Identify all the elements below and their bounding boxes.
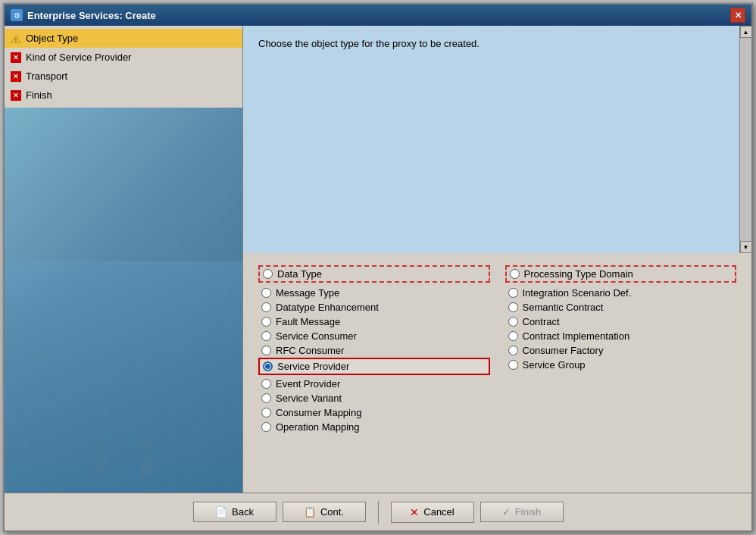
radio-item-datatype-enhancement[interactable]: Datatype Enhancement bbox=[258, 300, 490, 314]
radio-circle-rfc-consumer bbox=[261, 346, 271, 355]
radio-item-consumer-factory[interactable]: Consumer Factory bbox=[505, 343, 737, 358]
figure-2 bbox=[139, 440, 154, 477]
cont-button[interactable]: 📋 Cont. bbox=[283, 502, 366, 522]
top-description: Choose the object type for the proxy to … bbox=[243, 26, 751, 253]
radio-circle-integration-scenario-def bbox=[508, 288, 518, 298]
finish-label: Finish bbox=[515, 506, 542, 518]
radio-circle-semantic-contract bbox=[508, 302, 518, 312]
right-panel: Choose the object type for the proxy to … bbox=[243, 26, 751, 493]
scroll-bar[interactable]: ▲ ▼ bbox=[739, 26, 751, 253]
radio-label-event-provider: Event Provider bbox=[276, 378, 340, 390]
radio-label-fault-message: Fault Message bbox=[276, 316, 340, 327]
left-radio-column: Data Type Message Type Datatype Enhancem… bbox=[258, 265, 490, 434]
nav-label-transport: Transport bbox=[26, 70, 67, 82]
nav-item-object-type[interactable]: ! Object Type bbox=[5, 29, 242, 48]
radio-label-message-type: Message Type bbox=[276, 287, 339, 299]
radio-label-semantic-contract: Semantic Contract bbox=[523, 302, 604, 313]
radio-circle-data-type bbox=[263, 269, 273, 279]
content-area: ! Object Type ✕ Kind of Service Provider… bbox=[5, 26, 751, 493]
radio-circle-contract-implementation bbox=[508, 331, 518, 341]
radio-circle-processing-type-domain bbox=[510, 269, 520, 279]
nav-label-kind-of-service: Kind of Service Provider bbox=[26, 52, 131, 63]
radio-label-operation-mapping: Operation Mapping bbox=[276, 421, 360, 433]
back-label: Back bbox=[232, 506, 254, 518]
radio-item-contract[interactable]: Contract bbox=[505, 314, 737, 329]
right-radio-column: Processing Type Domain Integration Scena… bbox=[505, 265, 737, 434]
radio-item-processing-type-domain[interactable]: Processing Type Domain bbox=[505, 265, 737, 283]
finish-icon: ✓ bbox=[502, 506, 511, 518]
radio-circle-consumer-mapping bbox=[261, 408, 271, 418]
radio-item-semantic-contract[interactable]: Semantic Contract bbox=[505, 300, 737, 314]
scroll-up-arrow[interactable]: ▲ bbox=[740, 26, 752, 38]
radio-circle-contract bbox=[508, 317, 518, 327]
finish-button[interactable]: ✓ Finish bbox=[480, 502, 564, 522]
radio-circle-consumer-factory bbox=[508, 346, 518, 355]
radio-item-integration-scenario-def[interactable]: Integration Scenario Def. bbox=[505, 286, 737, 300]
radio-label-service-provider: Service Provider bbox=[277, 361, 349, 372]
figure-head-1 bbox=[93, 440, 108, 455]
radio-circle-operation-mapping bbox=[261, 422, 271, 432]
radio-circle-message-type bbox=[261, 288, 271, 298]
radio-item-service-variant[interactable]: Service Variant bbox=[258, 391, 490, 405]
warning-icon: ! bbox=[11, 33, 21, 44]
nav-item-transport[interactable]: ✕ Transport bbox=[5, 67, 242, 86]
figure-1 bbox=[93, 440, 108, 477]
scroll-down-arrow[interactable]: ▼ bbox=[740, 241, 752, 253]
red-square-icon-2: ✕ bbox=[11, 71, 21, 82]
red-square-icon-1: ✕ bbox=[11, 52, 21, 63]
cancel-label: Cancel bbox=[423, 506, 454, 518]
radio-label-data-type: Data Type bbox=[277, 268, 322, 280]
radio-item-consumer-mapping[interactable]: Consumer Mapping bbox=[258, 405, 490, 420]
radio-label-contract: Contract bbox=[523, 316, 560, 327]
radio-grid: Data Type Message Type Datatype Enhancem… bbox=[258, 265, 736, 434]
red-square-icon-3: ✕ bbox=[11, 90, 21, 101]
close-button[interactable]: ✕ bbox=[730, 8, 745, 23]
button-separator bbox=[378, 501, 379, 524]
title-bar-left: ⚙ Enterprise Services: Create bbox=[11, 9, 156, 21]
svg-text:!: ! bbox=[15, 37, 17, 42]
bottom-bar: 📄 Back 📋 Cont. ✕ Cancel ✓ Finish bbox=[5, 493, 751, 530]
radio-circle-service-group bbox=[508, 360, 518, 370]
nav-label-object-type: Object Type bbox=[26, 33, 78, 44]
radio-item-service-consumer[interactable]: Service Consumer bbox=[258, 329, 490, 343]
radio-label-consumer-mapping: Consumer Mapping bbox=[276, 407, 361, 418]
cont-label: Cont. bbox=[320, 506, 344, 518]
radio-label-service-group: Service Group bbox=[523, 359, 586, 371]
dialog-title: Enterprise Services: Create bbox=[27, 10, 156, 21]
radio-circle-datatype-enhancement bbox=[261, 302, 271, 312]
nav-label-finish: Finish bbox=[26, 89, 52, 101]
cont-icon: 📋 bbox=[304, 506, 316, 518]
radio-label-contract-implementation: Contract Implementation bbox=[523, 330, 630, 342]
radio-label-integration-scenario-def: Integration Scenario Def. bbox=[523, 287, 632, 299]
radio-item-message-type[interactable]: Message Type bbox=[258, 286, 490, 300]
radio-item-service-provider[interactable]: Service Provider bbox=[258, 358, 490, 375]
radio-circle-event-provider bbox=[261, 379, 271, 389]
radio-item-rfc-consumer[interactable]: RFC Consumer bbox=[258, 343, 490, 358]
nav-item-kind-of-service[interactable]: ✕ Kind of Service Provider bbox=[5, 48, 242, 67]
radio-item-contract-implementation[interactable]: Contract Implementation bbox=[505, 329, 737, 343]
radio-label-rfc-consumer: RFC Consumer bbox=[276, 345, 344, 356]
figure-body-1 bbox=[95, 456, 107, 477]
nav-item-finish[interactable]: ✕ Finish bbox=[5, 86, 242, 105]
radio-item-event-provider[interactable]: Event Provider bbox=[258, 377, 490, 391]
radio-label-consumer-factory: Consumer Factory bbox=[523, 345, 604, 356]
radio-section: Data Type Message Type Datatype Enhancem… bbox=[243, 253, 751, 442]
back-button[interactable]: 📄 Back bbox=[193, 502, 276, 522]
radio-circle-service-consumer bbox=[261, 331, 271, 341]
cancel-button[interactable]: ✕ Cancel bbox=[391, 502, 474, 523]
figure-body-2 bbox=[140, 456, 152, 477]
radio-item-data-type[interactable]: Data Type bbox=[258, 265, 490, 283]
radio-item-service-group[interactable]: Service Group bbox=[505, 358, 737, 372]
radio-item-fault-message[interactable]: Fault Message bbox=[258, 314, 490, 329]
figure-group bbox=[93, 440, 154, 477]
radio-label-service-variant: Service Variant bbox=[276, 393, 342, 404]
radio-item-operation-mapping[interactable]: Operation Mapping bbox=[258, 420, 490, 434]
scroll-track bbox=[740, 38, 751, 241]
radio-label-service-consumer: Service Consumer bbox=[276, 330, 357, 342]
title-bar: ⚙ Enterprise Services: Create ✕ bbox=[5, 5, 751, 26]
description-text: Choose the object type for the proxy to … bbox=[258, 38, 480, 49]
back-icon: 📄 bbox=[215, 506, 227, 518]
cancel-icon: ✕ bbox=[410, 506, 419, 518]
radio-circle-service-variant bbox=[261, 393, 271, 403]
radio-circle-fault-message bbox=[261, 317, 271, 327]
